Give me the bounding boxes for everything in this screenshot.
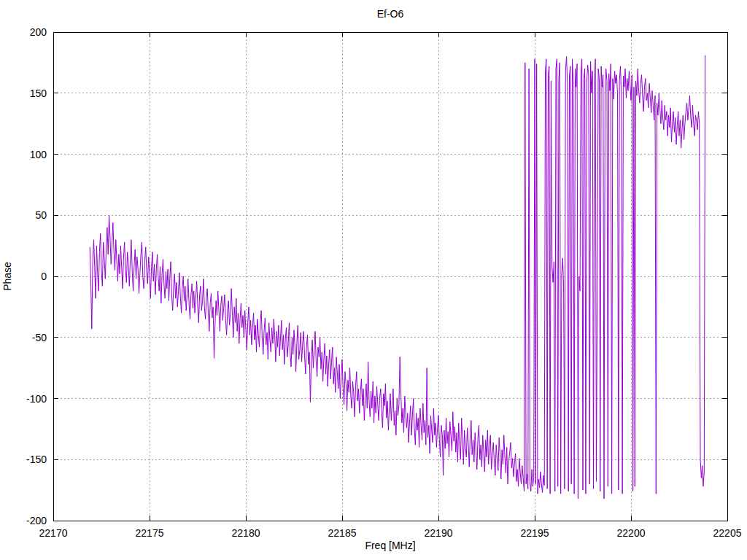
- phase-chart: 2217022175221802218522190221952220022205…: [0, 0, 747, 560]
- x-tick-label: 22195: [521, 527, 549, 539]
- y-tick-label: 150: [30, 88, 47, 99]
- y-tick-labels: -200-150-100-50050100150200: [26, 26, 47, 526]
- phase-plot-window: 2217022175221802218522190221952220022205…: [0, 0, 747, 560]
- y-tick-label: 0: [41, 271, 47, 282]
- x-tick-label: 22170: [39, 527, 68, 539]
- x-tick-labels: 2217022175221802218522190221952220022205: [39, 527, 742, 539]
- x-tick-label: 22175: [136, 527, 164, 539]
- y-tick-label: -50: [32, 332, 47, 343]
- y-tick-label: 200: [30, 26, 47, 38]
- phase-trace: [90, 55, 705, 499]
- y-tick-label: 50: [35, 209, 47, 221]
- x-tick-label: 22200: [617, 527, 646, 539]
- x-tick-label: 22180: [232, 527, 260, 539]
- x-tick-label: 22185: [328, 527, 357, 539]
- x-axis-label: Freq [MHz]: [365, 540, 415, 551]
- y-tick-label: -150: [26, 454, 47, 465]
- y-tick-label: -200: [26, 515, 47, 526]
- y-axis-label: Phase: [1, 262, 13, 291]
- chart-title: Ef-O6: [377, 8, 404, 20]
- y-tick-label: 100: [30, 149, 47, 160]
- x-tick-label: 22205: [713, 527, 742, 539]
- y-tick-label: -100: [26, 393, 47, 405]
- grid-lines: [53, 32, 727, 521]
- x-tick-label: 22190: [425, 527, 453, 539]
